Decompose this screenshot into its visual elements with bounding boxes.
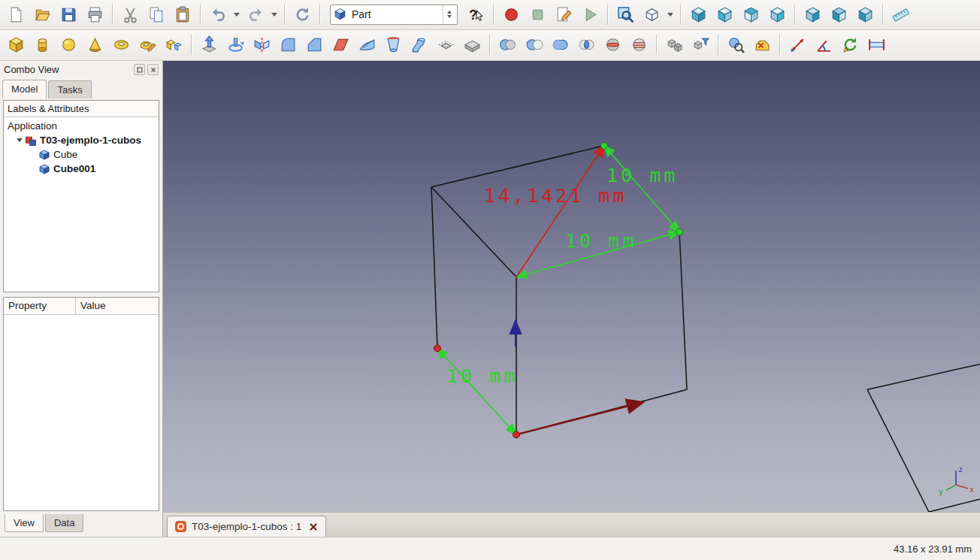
- part-shape-builder-button[interactable]: [162, 32, 186, 57]
- part-section-button[interactable]: [600, 32, 625, 57]
- draw-style-dropdown-arrow[interactable]: [665, 3, 675, 26]
- workbench-selector[interactable]: Part: [330, 5, 458, 25]
- view-bottom-button[interactable]: [827, 2, 851, 27]
- part-cone-button[interactable]: [83, 32, 107, 57]
- fit-all-button[interactable]: [613, 2, 638, 27]
- workbench-part-icon: [333, 7, 348, 22]
- part-loft-icon: [384, 35, 404, 55]
- redo-dropdown-arrow[interactable]: [269, 3, 279, 26]
- macro-edit-button[interactable]: [552, 2, 576, 27]
- tab-data[interactable]: Data: [45, 514, 83, 532]
- view-rear-button[interactable]: [800, 2, 825, 27]
- document-icon: [25, 135, 37, 147]
- part-boolean-button[interactable]: [495, 32, 520, 57]
- part-extrude-button[interactable]: [197, 32, 222, 57]
- toolbar-separator: [493, 5, 495, 25]
- tab-view[interactable]: View: [5, 514, 44, 532]
- part-torus-button[interactable]: [109, 32, 134, 57]
- part-thickness-button[interactable]: [460, 32, 485, 57]
- save-document-button[interactable]: [56, 2, 81, 27]
- undo-dropdown-arrow[interactable]: [231, 3, 241, 26]
- part-cut-button[interactable]: [522, 32, 546, 57]
- draw-style-button[interactable]: [640, 2, 664, 27]
- part-cylinder-icon: [33, 35, 53, 55]
- undo-button[interactable]: [206, 2, 231, 27]
- part-sweep-icon: [410, 35, 430, 55]
- measure-distance-button[interactable]: [888, 2, 913, 27]
- document-tab-close-button[interactable]: [307, 521, 319, 532]
- view-front-button[interactable]: [712, 2, 737, 27]
- dimension-label-mid-edge: 10 mm: [565, 230, 637, 252]
- cube-icon: [38, 149, 50, 161]
- macro-stop-icon: [528, 5, 548, 24]
- refresh-button[interactable]: [290, 2, 315, 27]
- open-document-button[interactable]: [30, 2, 55, 27]
- workbench-selector-spinner[interactable]: [443, 5, 455, 24]
- part-defeaturing-button[interactable]: [750, 32, 775, 57]
- part-fillet-icon: [279, 35, 298, 55]
- measure-linear-button[interactable]: [785, 32, 810, 57]
- tab-model[interactable]: Model: [2, 80, 47, 98]
- view-left-button[interactable]: [853, 2, 878, 27]
- macro-record-button[interactable]: [499, 2, 524, 27]
- measure-toggle-all-button[interactable]: [864, 32, 889, 57]
- part-fillet-button[interactable]: [276, 32, 301, 57]
- tree-item-cube001[interactable]: Cube001: [4, 162, 159, 176]
- part-fuse-button[interactable]: [548, 32, 573, 57]
- part-primitives-button[interactable]: [135, 32, 160, 57]
- whats-this-icon: ?: [467, 5, 486, 24]
- fit-all-icon: [616, 5, 636, 24]
- column-header-property: Property: [4, 298, 76, 314]
- part-sweep-button[interactable]: [407, 32, 432, 57]
- part-compound-filter-button[interactable]: [688, 32, 713, 57]
- part-revolve-icon: [226, 35, 246, 55]
- view-isometric-icon: [689, 5, 709, 24]
- part-compound-button[interactable]: [662, 32, 687, 57]
- main-area: Combo View Model Tasks Labels & Attribut…: [0, 61, 980, 537]
- tab-tasks[interactable]: Tasks: [48, 80, 91, 98]
- view-isometric-button[interactable]: [686, 2, 711, 27]
- part-ruled-surface-button[interactable]: [355, 32, 380, 57]
- part-loft-button[interactable]: [381, 32, 406, 57]
- panel-float-button[interactable]: [134, 64, 145, 75]
- part-cross-sections-button[interactable]: [627, 32, 652, 57]
- part-box-button[interactable]: [4, 32, 29, 57]
- paste-button[interactable]: [171, 2, 195, 27]
- whats-this-button[interactable]: ?: [464, 2, 488, 27]
- part-common-button[interactable]: [574, 32, 599, 57]
- view-right-button[interactable]: [765, 2, 790, 27]
- dimension-label-diagonal: 14,1421 mm: [484, 185, 627, 207]
- panel-close-button[interactable]: [147, 64, 159, 75]
- part-mirror-button[interactable]: [250, 32, 274, 57]
- redo-button[interactable]: [243, 2, 268, 27]
- 3d-view[interactable]: 10 mm 14,1421 mm 10 mm 10 mm: [163, 61, 980, 512]
- part-check-geometry-button[interactable]: [724, 32, 749, 57]
- vertex-marker: [513, 431, 520, 438]
- part-chamfer-button[interactable]: [302, 32, 327, 57]
- part-sphere-button[interactable]: [56, 32, 81, 57]
- part-revolve-button[interactable]: [223, 32, 248, 57]
- part-make-face-button[interactable]: [328, 32, 353, 57]
- view-rear-icon: [803, 5, 823, 24]
- expander-icon[interactable]: [17, 138, 23, 145]
- tree-item-document[interactable]: T03-ejemplo-1-cubos: [4, 133, 159, 147]
- print-button[interactable]: [83, 2, 107, 27]
- view-top-button[interactable]: [739, 2, 764, 27]
- measure-refresh-button[interactable]: [838, 32, 863, 57]
- part-cylinder-button[interactable]: [30, 32, 55, 57]
- part-offset-button[interactable]: [434, 32, 458, 57]
- measure-angular-icon: [815, 35, 834, 55]
- measure-angular-button[interactable]: [812, 32, 836, 57]
- new-document-button[interactable]: [4, 2, 29, 27]
- 3d-canvas[interactable]: 10 mm 14,1421 mm 10 mm 10 mm: [163, 61, 980, 512]
- copy-button[interactable]: [144, 2, 169, 27]
- document-tab[interactable]: T03-ejemplo-1-cubos : 1: [167, 516, 326, 537]
- macro-stop-button[interactable]: [525, 2, 550, 27]
- measure-linear-icon: [788, 35, 808, 55]
- tree-item-cube[interactable]: Cube: [4, 147, 159, 162]
- tree-item-application[interactable]: Application: [4, 119, 159, 133]
- print-icon: [86, 5, 105, 24]
- part-cone-icon: [86, 35, 105, 55]
- macro-play-button[interactable]: [578, 2, 603, 27]
- cut-button[interactable]: [118, 2, 143, 27]
